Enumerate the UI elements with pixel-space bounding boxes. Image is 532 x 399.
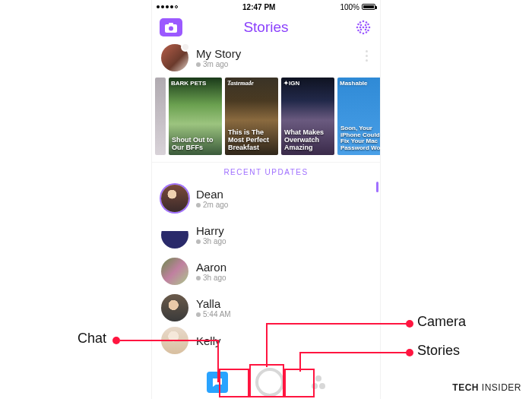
my-story-avatar: [161, 44, 188, 71]
discover-tile[interactable]: Tastemade This is The Most Perfect Break…: [225, 78, 278, 155]
friend-row[interactable]: Harry 3h ago: [152, 217, 380, 253]
discover-caption: This is The Most Perfect Breakfast: [228, 129, 275, 152]
stories-header: Stories: [152, 14, 380, 41]
friend-row[interactable]: Dean 2m ago: [152, 180, 380, 217]
my-story-time: 3m ago: [196, 60, 241, 68]
battery-indicator: 100%: [340, 3, 375, 11]
camera-button[interactable]: [160, 18, 182, 36]
anno-line: [266, 323, 268, 367]
grid-dots-icon: [355, 19, 372, 36]
svg-point-13: [357, 30, 359, 32]
svg-point-17: [363, 33, 365, 35]
friend-avatar: [161, 258, 188, 285]
svg-point-2: [169, 26, 173, 30]
svg-point-12: [369, 27, 371, 29]
svg-point-4: [359, 21, 362, 24]
svg-point-18: [360, 24, 363, 27]
anno-line: [120, 340, 219, 341]
discover-tile[interactable]: BARK PETS Shout Out to Our BFFs: [169, 78, 222, 155]
nav-camera-button[interactable]: [255, 368, 284, 397]
friend-name: Harry: [196, 224, 226, 237]
discover-row[interactable]: BARK PETS Shout Out to Our BFFs Tastemad…: [152, 78, 380, 163]
discover-grid-button[interactable]: [354, 18, 372, 36]
discover-tile[interactable]: [155, 78, 166, 155]
friend-name: Aaron: [196, 261, 226, 274]
discover-caption: Shout Out to Our BFFs: [172, 137, 219, 152]
friend-avatar: [161, 294, 188, 321]
scroll-indicator: [376, 182, 378, 192]
friend-name: Yalla: [196, 297, 231, 310]
svg-point-19: [365, 24, 367, 27]
friend-avatar: [161, 221, 188, 249]
friend-time: 5:44 AM: [196, 310, 231, 318]
svg-point-15: [359, 31, 362, 33]
anno-chat-label: Chat: [78, 331, 106, 347]
discover-caption: Soon, Your iPhone Could Fix Your Mac Pas…: [340, 125, 380, 152]
discover-caption: What Makes Overwatch Amazing: [284, 129, 331, 152]
discover-brand: ✦IGN: [283, 80, 332, 87]
status-bar: 12:47 PM 100%: [152, 0, 380, 14]
friend-row[interactable]: Yalla 5:44 AM: [152, 290, 380, 326]
more-options-button[interactable]: [366, 50, 368, 62]
my-story-row[interactable]: My Story 3m ago: [152, 41, 380, 78]
svg-point-14: [367, 30, 369, 32]
camera-icon: [165, 23, 177, 33]
header-title: Stories: [152, 19, 380, 36]
nav-stories-button[interactable]: [312, 375, 325, 389]
anno-stories-label: Stories: [417, 343, 460, 359]
anno-line: [217, 340, 219, 382]
friend-row[interactable]: Aaron 3h ago: [152, 253, 380, 290]
anno-line: [299, 352, 301, 372]
svg-point-8: [356, 27, 359, 29]
discover-brand: Tastemade: [227, 80, 276, 87]
svg-point-9: [359, 27, 362, 29]
friend-time: 3h ago: [196, 237, 226, 245]
watermark: TECH INSIDER: [452, 382, 521, 393]
svg-point-5: [366, 21, 368, 24]
svg-point-20: [360, 29, 363, 31]
friend-avatar: [161, 185, 188, 212]
watermark-bold: TECH: [452, 382, 479, 393]
friend-time: 2m ago: [196, 201, 228, 209]
friend-time: 3h ago: [196, 274, 226, 282]
recent-updates-label: RECENT UPDATES: [152, 163, 380, 180]
svg-point-3: [363, 21, 365, 23]
friend-name: Dean: [196, 188, 228, 201]
stories-icon: [315, 375, 321, 382]
my-story-name: My Story: [196, 47, 241, 60]
signal-dots: [157, 5, 178, 8]
discover-brand: Mashable: [340, 80, 380, 87]
anno-line: [266, 323, 407, 325]
svg-point-7: [367, 24, 369, 26]
anno-camera-label: Camera: [417, 314, 466, 330]
anno-dot: [112, 337, 120, 344]
svg-point-11: [366, 27, 368, 29]
bottom-nav: [152, 366, 380, 399]
svg-rect-1: [169, 23, 173, 25]
anno-line: [299, 352, 407, 353]
status-time: 12:47 PM: [178, 3, 340, 11]
discover-brand: BARK PETS: [171, 80, 220, 87]
discover-tile[interactable]: Mashable Soon, Your iPhone Could Fix You…: [337, 78, 380, 155]
svg-point-10: [363, 27, 365, 29]
svg-point-6: [357, 24, 359, 26]
svg-point-21: [365, 29, 367, 31]
watermark-rest: INSIDER: [479, 382, 521, 393]
battery-label: 100%: [340, 3, 359, 11]
discover-tile[interactable]: ✦IGN What Makes Overwatch Amazing: [281, 78, 334, 155]
svg-point-16: [366, 31, 368, 33]
